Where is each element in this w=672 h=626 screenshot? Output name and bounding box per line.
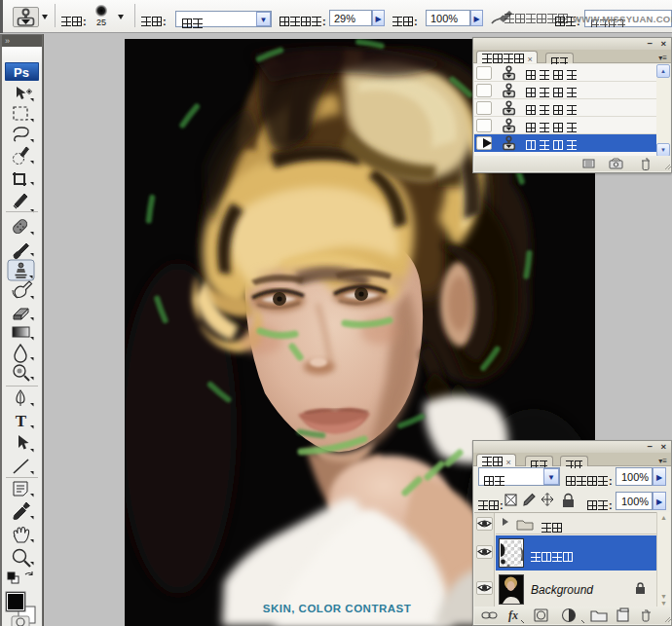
svg-text:T: T [16,412,27,430]
svg-text:Ps: Ps [14,65,29,80]
svg-text:SKIN, COLOR CONTRAST: SKIN, COLOR CONTRAST [263,603,411,614]
svg-text:fx: fx [508,608,518,622]
